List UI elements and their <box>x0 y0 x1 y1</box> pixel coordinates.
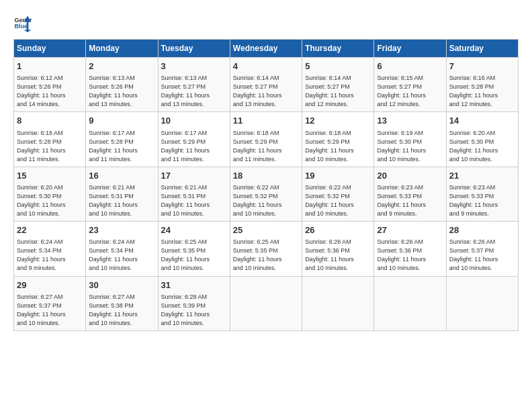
calendar-cell <box>230 276 302 330</box>
dow-header-saturday: Saturday <box>446 40 518 58</box>
day-info: Sunrise: 6:14 AM Sunset: 5:27 PM Dayligh… <box>233 74 299 109</box>
calendar-cell: 11Sunrise: 6:18 AM Sunset: 5:29 PM Dayli… <box>230 112 302 167</box>
calendar-cell: 26Sunrise: 6:26 AM Sunset: 5:36 PM Dayli… <box>302 222 374 276</box>
dow-header-sunday: Sunday <box>14 40 86 58</box>
calendar-week-1: 1Sunrise: 6:12 AM Sunset: 5:26 PM Daylig… <box>14 58 519 112</box>
day-info: Sunrise: 6:14 AM Sunset: 5:27 PM Dayligh… <box>305 74 371 109</box>
calendar-cell: 15Sunrise: 6:20 AM Sunset: 5:30 PM Dayli… <box>14 167 86 221</box>
day-number: 21 <box>449 170 515 182</box>
day-number: 29 <box>17 279 83 291</box>
calendar-cell: 17Sunrise: 6:21 AM Sunset: 5:31 PM Dayli… <box>158 167 230 221</box>
day-number: 25 <box>233 224 299 236</box>
day-number: 3 <box>161 60 227 73</box>
day-info: Sunrise: 6:23 AM Sunset: 5:33 PM Dayligh… <box>377 183 443 218</box>
day-number: 16 <box>89 170 154 182</box>
day-number: 27 <box>377 224 443 236</box>
day-number: 15 <box>17 170 83 182</box>
day-number: 7 <box>449 60 515 73</box>
calendar-cell: 10Sunrise: 6:17 AM Sunset: 5:29 PM Dayli… <box>158 112 230 167</box>
calendar-table: SundayMondayTuesdayWednesdayThursdayFrid… <box>13 39 519 331</box>
day-number: 12 <box>305 115 371 127</box>
calendar-week-4: 22Sunrise: 6:24 AM Sunset: 5:34 PM Dayli… <box>14 222 519 276</box>
day-number: 31 <box>161 279 227 291</box>
calendar-cell <box>302 276 374 330</box>
day-info: Sunrise: 6:26 AM Sunset: 5:36 PM Dayligh… <box>377 238 443 273</box>
day-number: 9 <box>89 115 154 127</box>
calendar-cell: 23Sunrise: 6:24 AM Sunset: 5:34 PM Dayli… <box>86 222 158 276</box>
day-info: Sunrise: 6:13 AM Sunset: 5:26 PM Dayligh… <box>89 74 154 109</box>
day-number: 18 <box>233 170 299 182</box>
day-info: Sunrise: 6:16 AM Sunset: 5:28 PM Dayligh… <box>449 74 515 109</box>
dow-header-wednesday: Wednesday <box>230 40 302 58</box>
day-info: Sunrise: 6:25 AM Sunset: 5:35 PM Dayligh… <box>233 238 299 273</box>
calendar-cell: 8Sunrise: 6:16 AM Sunset: 5:28 PM Daylig… <box>14 112 86 167</box>
svg-text:Blue: Blue <box>14 23 28 30</box>
day-info: Sunrise: 6:13 AM Sunset: 5:27 PM Dayligh… <box>161 74 227 109</box>
day-number: 22 <box>17 224 83 236</box>
calendar-cell: 29Sunrise: 6:27 AM Sunset: 5:37 PM Dayli… <box>14 276 86 330</box>
day-number: 26 <box>305 224 371 236</box>
day-number: 1 <box>17 60 83 73</box>
calendar-cell: 21Sunrise: 6:23 AM Sunset: 5:33 PM Dayli… <box>446 167 518 221</box>
calendar-cell: 13Sunrise: 6:19 AM Sunset: 5:30 PM Dayli… <box>374 112 446 167</box>
day-info: Sunrise: 6:28 AM Sunset: 5:39 PM Dayligh… <box>161 293 227 328</box>
day-info: Sunrise: 6:24 AM Sunset: 5:34 PM Dayligh… <box>89 238 154 273</box>
day-info: Sunrise: 6:21 AM Sunset: 5:31 PM Dayligh… <box>161 183 227 218</box>
calendar-cell: 14Sunrise: 6:20 AM Sunset: 5:30 PM Dayli… <box>446 112 518 167</box>
day-number: 5 <box>305 60 371 73</box>
day-info: Sunrise: 6:23 AM Sunset: 5:33 PM Dayligh… <box>449 183 515 218</box>
calendar-cell: 6Sunrise: 6:15 AM Sunset: 5:27 PM Daylig… <box>374 58 446 112</box>
dow-header-tuesday: Tuesday <box>158 40 230 58</box>
calendar-cell: 22Sunrise: 6:24 AM Sunset: 5:34 PM Dayli… <box>14 222 86 276</box>
day-number: 30 <box>89 279 154 291</box>
day-info: Sunrise: 6:17 AM Sunset: 5:28 PM Dayligh… <box>89 129 154 164</box>
day-info: Sunrise: 6:24 AM Sunset: 5:34 PM Dayligh… <box>17 238 83 273</box>
day-number: 23 <box>89 224 154 236</box>
dow-header-thursday: Thursday <box>302 40 374 58</box>
calendar-cell: 3Sunrise: 6:13 AM Sunset: 5:27 PM Daylig… <box>158 58 230 112</box>
day-info: Sunrise: 6:20 AM Sunset: 5:30 PM Dayligh… <box>17 183 83 218</box>
day-number: 14 <box>449 115 515 127</box>
calendar-cell: 9Sunrise: 6:17 AM Sunset: 5:28 PM Daylig… <box>86 112 158 167</box>
day-number: 20 <box>377 170 443 182</box>
calendar-cell: 28Sunrise: 6:26 AM Sunset: 5:37 PM Dayli… <box>446 222 518 276</box>
dow-header-friday: Friday <box>374 40 446 58</box>
day-info: Sunrise: 6:12 AM Sunset: 5:26 PM Dayligh… <box>17 74 83 109</box>
calendar-cell: 7Sunrise: 6:16 AM Sunset: 5:28 PM Daylig… <box>446 58 518 112</box>
calendar-cell: 24Sunrise: 6:25 AM Sunset: 5:35 PM Dayli… <box>158 222 230 276</box>
day-number: 2 <box>89 60 154 73</box>
calendar-cell: 18Sunrise: 6:22 AM Sunset: 5:32 PM Dayli… <box>230 167 302 221</box>
calendar-cell: 16Sunrise: 6:21 AM Sunset: 5:31 PM Dayli… <box>86 167 158 221</box>
day-info: Sunrise: 6:27 AM Sunset: 5:37 PM Dayligh… <box>17 293 83 328</box>
calendar-cell: 1Sunrise: 6:12 AM Sunset: 5:26 PM Daylig… <box>14 58 86 112</box>
calendar-cell: 25Sunrise: 6:25 AM Sunset: 5:35 PM Dayli… <box>230 222 302 276</box>
day-number: 10 <box>161 115 227 127</box>
day-number: 6 <box>377 60 443 73</box>
calendar-cell: 5Sunrise: 6:14 AM Sunset: 5:27 PM Daylig… <box>302 58 374 112</box>
calendar-cell: 12Sunrise: 6:18 AM Sunset: 5:29 PM Dayli… <box>302 112 374 167</box>
day-info: Sunrise: 6:20 AM Sunset: 5:30 PM Dayligh… <box>449 129 515 164</box>
day-number: 13 <box>377 115 443 127</box>
day-info: Sunrise: 6:18 AM Sunset: 5:29 PM Dayligh… <box>233 129 299 164</box>
day-info: Sunrise: 6:17 AM Sunset: 5:29 PM Dayligh… <box>161 129 227 164</box>
day-info: Sunrise: 6:16 AM Sunset: 5:28 PM Dayligh… <box>17 129 83 164</box>
calendar-cell: 20Sunrise: 6:23 AM Sunset: 5:33 PM Dayli… <box>374 167 446 221</box>
calendar-body: 1Sunrise: 6:12 AM Sunset: 5:26 PM Daylig… <box>14 58 519 331</box>
day-info: Sunrise: 6:27 AM Sunset: 5:38 PM Dayligh… <box>89 293 154 328</box>
day-info: Sunrise: 6:26 AM Sunset: 5:36 PM Dayligh… <box>305 238 371 273</box>
logo: General Blue <box>13 13 32 32</box>
calendar-week-3: 15Sunrise: 6:20 AM Sunset: 5:30 PM Dayli… <box>14 167 519 221</box>
calendar-cell: 31Sunrise: 6:28 AM Sunset: 5:39 PM Dayli… <box>158 276 230 330</box>
calendar-cell <box>446 276 518 330</box>
calendar-cell: 19Sunrise: 6:22 AM Sunset: 5:32 PM Dayli… <box>302 167 374 221</box>
dow-header-monday: Monday <box>86 40 158 58</box>
calendar-cell: 30Sunrise: 6:27 AM Sunset: 5:38 PM Dayli… <box>86 276 158 330</box>
day-info: Sunrise: 6:15 AM Sunset: 5:27 PM Dayligh… <box>377 74 443 109</box>
day-info: Sunrise: 6:22 AM Sunset: 5:32 PM Dayligh… <box>233 183 299 218</box>
day-number: 28 <box>449 224 515 236</box>
logo-icon: General Blue <box>13 13 32 32</box>
days-of-week-row: SundayMondayTuesdayWednesdayThursdayFrid… <box>14 40 519 58</box>
day-info: Sunrise: 6:18 AM Sunset: 5:29 PM Dayligh… <box>305 129 371 164</box>
calendar-cell: 4Sunrise: 6:14 AM Sunset: 5:27 PM Daylig… <box>230 58 302 112</box>
day-number: 17 <box>161 170 227 182</box>
